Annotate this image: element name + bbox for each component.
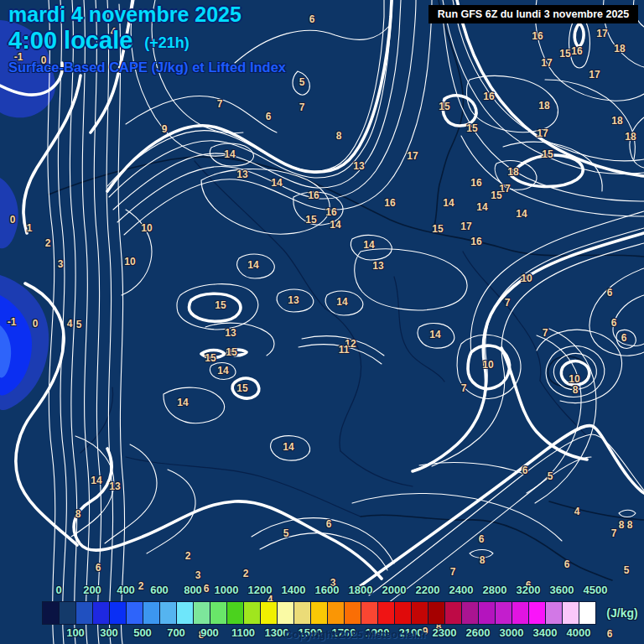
local-time-title: 4:00 locale — [8, 29, 132, 53]
model-run-box: Run GFS 6Z du lundi 3 novembre 2025 — [428, 5, 638, 23]
weather-map-page: -1040123-1045657769813161413141616151410… — [0, 0, 644, 644]
forecast-offset: (+21h) — [144, 32, 190, 50]
map-header: mardi 4 novembre 2025 4:00 locale (+21h)… — [8, 4, 286, 75]
parameter-subtitle: Surface-Based CAPE (J/kg) et Lifted Inde… — [8, 60, 286, 75]
forecast-map — [0, 0, 644, 644]
date-title: mardi 4 novembre 2025 — [8, 4, 286, 25]
